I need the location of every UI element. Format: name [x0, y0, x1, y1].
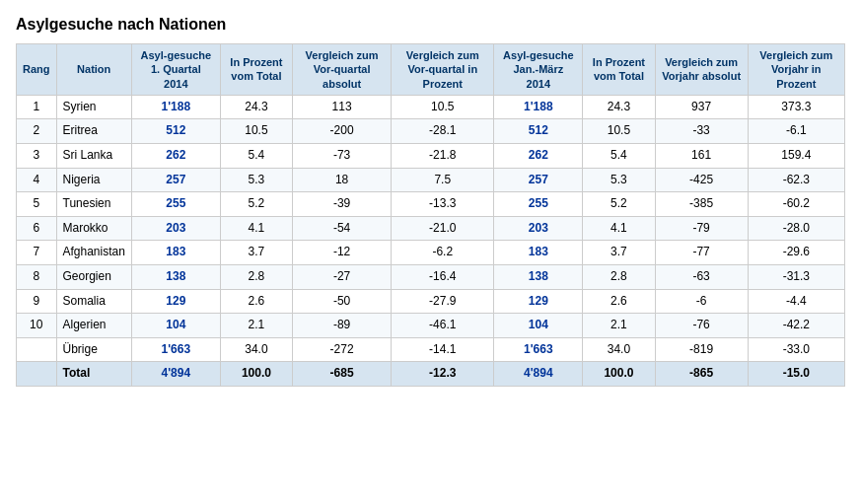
table-row: 10Algerien1042.1-89-46.11042.1-76-42.2	[17, 314, 845, 338]
table-row: 6Marokko2034.1-54-21.02034.1-79-28.0	[17, 216, 845, 241]
table-row: 1Syrien1'18824.311310.51'18824.3937373.3	[17, 95, 845, 119]
header-vj-abs: Vergleich zum Vorjahr absolut	[655, 44, 748, 96]
table-row: 5Tunesien2555.2-39-13.32555.2-385-60.2	[17, 192, 845, 217]
table-row: 7Afghanistan1833.7-12-6.21833.7-77-29.6	[17, 241, 845, 265]
total-row: Total4'894100.0-685-12.34'894100.0-865-1…	[17, 362, 845, 387]
header-pct-total: In Prozent vom Total	[220, 44, 292, 96]
table-row: 2Eritrea51210.5-200-28.151210.5-33-6.1	[17, 119, 845, 144]
table-row: 9Somalia1292.6-50-27.91292.6-6-4.4	[17, 289, 845, 314]
table-row: 4Nigeria2575.3187.52575.3-425-62.3	[17, 168, 845, 192]
header-nation: Nation	[56, 44, 131, 96]
header-vj-pct: Vergleich zum Vorjahr in Prozent	[748, 44, 844, 96]
table-row: 3Sri Lanka2625.4-73-21.82625.4161159.4	[17, 144, 845, 169]
header-vq-abs: Vergleich zum Vor-quartal absolut	[293, 44, 392, 96]
header-asyl-jm: Asyl-gesuche Jan.-März 2014	[494, 44, 583, 96]
ubrige-row: Übrige1'66334.0-272-14.11'66334.0-819-33…	[17, 337, 845, 362]
header-pct-total2: In Prozent vom Total	[583, 44, 655, 96]
asylum-table: Rang Nation Asyl-gesuche 1. Quartal 2014…	[16, 43, 845, 387]
header-rang: Rang	[17, 44, 57, 96]
table-row: 8Georgien1382.8-27-16.41382.8-63-31.3	[17, 265, 845, 290]
page-title: Asylgesuche nach Nationen	[16, 16, 845, 34]
header-vq-pct: Vergleich zum Vor-quartal in Prozent	[392, 44, 494, 96]
header-asyl-q1: Asyl-gesuche 1. Quartal 2014	[131, 44, 220, 96]
